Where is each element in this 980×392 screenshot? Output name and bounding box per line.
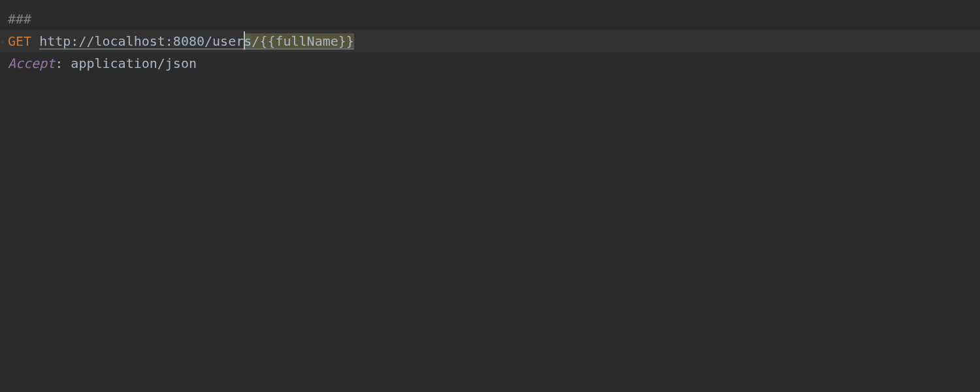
url-host-path: http://localhost:8080/user — [39, 33, 244, 49]
http-header-colon: : — [55, 52, 63, 74]
text-caret — [244, 31, 245, 50]
http-url: http://localhost:8080/users/{{fullName}} — [39, 30, 354, 52]
request-separator: ### — [8, 8, 31, 30]
editor-line-request[interactable]: ▶ GET http://localhost:8080/users/{{full… — [0, 30, 980, 52]
url-template-segment: /{{fullName}} — [252, 33, 354, 49]
url-template-variable: {{fullName}} — [259, 33, 354, 49]
gutter-icon: ○ — [0, 58, 7, 69]
http-header-value: application/json — [63, 52, 197, 74]
editor-line-header[interactable]: ○ Accept: application/json — [0, 52, 980, 74]
url-selection-char: s — [244, 33, 252, 49]
http-header-name: Accept — [8, 52, 55, 74]
gutter-run-icon[interactable]: ▶ — [0, 36, 7, 46]
editor-line-separator[interactable]: ### — [0, 8, 980, 30]
http-method: GET — [8, 30, 31, 52]
